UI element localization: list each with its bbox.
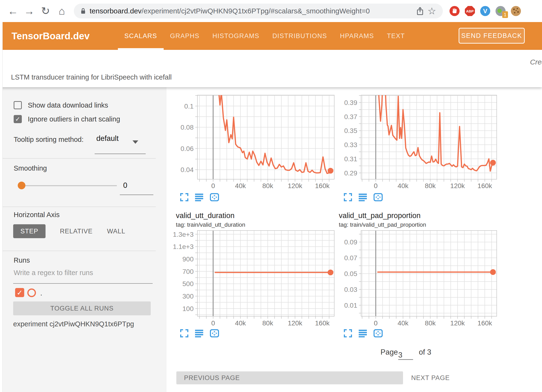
send-feedback-button[interactable]: SEND FEEDBACK (459, 28, 525, 44)
runs-filter-underline (13, 283, 153, 284)
experiment-description: LSTM transducer training for LibriSpeech… (11, 73, 172, 81)
svg-text:0.08: 0.08 (181, 124, 194, 131)
runs-list-icon[interactable] (359, 193, 367, 201)
ignore-outliers-label: Ignore outliers in chart scaling (28, 115, 120, 123)
next-page-button[interactable]: NEXT PAGE (411, 371, 450, 384)
smoothing-slider-thumb[interactable] (18, 182, 25, 189)
chart-card: 0.290.310.330.350.370.39040k80k120k160k (331, 86, 498, 206)
svg-text:120k: 120k (288, 182, 303, 190)
svg-text:0.29: 0.29 (344, 169, 357, 177)
scalar-chart[interactable]: 0.040.060.080.1040k80k120k160k (168, 86, 335, 206)
page-number-input[interactable]: 3 (398, 348, 413, 360)
tab-hparams[interactable]: HPARAMS (334, 22, 381, 50)
previous-page-button[interactable]: PREVIOUS PAGE (176, 371, 403, 384)
axis-step-button[interactable]: STEP (13, 224, 46, 238)
runs-list-icon[interactable] (359, 329, 367, 337)
tab-scalars[interactable]: SCALARS (118, 22, 164, 50)
svg-text:40k: 40k (235, 319, 246, 327)
svg-text:160k: 160k (315, 182, 330, 190)
expand-chart-icon[interactable] (344, 329, 352, 337)
address-bar[interactable]: tensorboard.dev/experiment/cj2vtPiwQHKN9… (74, 4, 443, 18)
svg-text:1.3e+3: 1.3e+3 (173, 231, 194, 238)
share-icon[interactable] (416, 6, 424, 16)
lock-icon (81, 8, 86, 14)
back-icon[interactable]: ← (6, 0, 20, 22)
smoothing-slider-track[interactable] (21, 185, 117, 186)
run-name: . (40, 289, 42, 297)
forward-icon[interactable]: → (22, 0, 36, 22)
svg-text:0: 0 (374, 319, 378, 327)
created-text-fragment: Crea (530, 58, 542, 66)
adblock-hand-extension-icon[interactable] (450, 6, 460, 16)
svg-text:80k: 80k (425, 319, 436, 327)
chevron-down-icon[interactable] (133, 140, 138, 144)
pan-zoom-icon[interactable] (210, 329, 219, 337)
scalar-chart[interactable]: 0.290.310.330.350.370.39040k80k120k160k (331, 86, 498, 206)
cookie-extension-icon[interactable] (511, 6, 521, 16)
horizontal-axis-label: Horizontal Axis (14, 211, 60, 219)
chart-toolbar (180, 329, 219, 337)
reload-icon[interactable]: ↻ (38, 0, 53, 22)
svg-text:500: 500 (182, 280, 194, 288)
page-of-label: of 3 (419, 348, 431, 357)
tensorboard-page: ← → ↻ ⌂ tensorboard.dev/experiment/cj2vt… (0, 0, 542, 392)
settings-sidebar: Show data download links ✓ Ignore outlie… (2, 87, 166, 392)
svg-text:0.09: 0.09 (344, 238, 357, 246)
svg-text:0: 0 (211, 182, 215, 190)
pan-zoom-icon[interactable] (210, 193, 219, 201)
svg-text:0.39: 0.39 (344, 99, 357, 106)
svg-text:300: 300 (182, 293, 194, 300)
show-download-links-checkbox[interactable] (14, 101, 22, 109)
tab-distributions[interactable]: DISTRIBUTIONS (266, 22, 334, 50)
home-icon[interactable]: ⌂ (55, 0, 69, 22)
divider (2, 158, 156, 159)
tooltip-sorting-select[interactable]: default (96, 134, 119, 143)
runs-list-icon[interactable] (195, 329, 203, 337)
expand-chart-icon[interactable] (344, 193, 352, 201)
svg-text:1.1e+3: 1.1e+3 (173, 243, 194, 250)
show-download-links-label: Show data download links (28, 101, 108, 109)
pan-zoom-icon[interactable] (374, 329, 383, 337)
tensorboard-header: TensorBoard.dev SCALARS GRAPHS HISTOGRAM… (0, 22, 542, 50)
runs-list-icon[interactable] (195, 193, 203, 201)
svg-text:80k: 80k (262, 319, 273, 327)
left-gutter (0, 22, 3, 392)
runs-label: Runs (14, 256, 30, 264)
svg-text:0.35: 0.35 (344, 127, 357, 134)
tensorboard-logo[interactable]: TensorBoard.dev (12, 22, 90, 50)
chart-toolbar (180, 193, 219, 201)
bookmark-star-icon[interactable]: ☆ (427, 6, 436, 17)
axis-relative-button[interactable]: RELATIVE (60, 228, 93, 235)
tab-text[interactable]: TEXT (381, 22, 411, 50)
extension-badge: 1 (502, 11, 508, 18)
page-label: Page (381, 348, 398, 357)
scalar-chart[interactable]: 1003005007009001.1e+31.3e+3040k80k120k16… (168, 211, 335, 341)
scalar-chart[interactable]: 0.010.030.050.070.09040k80k120k160k (331, 211, 498, 341)
runs-filter-input[interactable]: Write a regex to filter runs (14, 269, 93, 277)
svg-text:120k: 120k (450, 182, 465, 190)
svg-text:0.03: 0.03 (344, 286, 357, 293)
divider (2, 207, 156, 207)
ignore-outliers-checkbox[interactable]: ✓ (14, 115, 22, 123)
expand-chart-icon[interactable] (180, 193, 188, 201)
chart-card: 0.040.060.080.1040k80k120k160k (168, 86, 335, 206)
expand-chart-icon[interactable] (180, 329, 188, 337)
tab-histograms[interactable]: HISTOGRAMS (206, 22, 266, 50)
abp-extension-icon[interactable]: ABP (465, 6, 475, 16)
pan-zoom-icon[interactable] (374, 193, 383, 201)
svg-text:160k: 160k (315, 319, 330, 327)
tab-graphs[interactable]: GRAPHS (164, 22, 206, 50)
toggle-all-runs-button[interactable]: TOGGLE ALL RUNS (13, 301, 151, 315)
url-text: tensorboard.dev/experiment/cj2vtPiwQHKN9… (90, 7, 413, 15)
svg-text:40k: 40k (398, 319, 409, 327)
axis-wall-button[interactable]: WALL (107, 228, 126, 235)
extensions-row: ABP V 1 (450, 6, 521, 16)
run-checkbox[interactable]: ✓ (15, 288, 24, 297)
svg-text:100: 100 (182, 305, 194, 312)
svg-text:0.33: 0.33 (344, 141, 357, 149)
smoothing-value-input[interactable]: 0 (123, 181, 127, 190)
svg-text:160k: 160k (478, 182, 492, 190)
profile-extension-icon[interactable]: 1 (496, 6, 506, 16)
v-extension-icon[interactable]: V (480, 6, 490, 16)
svg-text:80k: 80k (262, 182, 273, 190)
